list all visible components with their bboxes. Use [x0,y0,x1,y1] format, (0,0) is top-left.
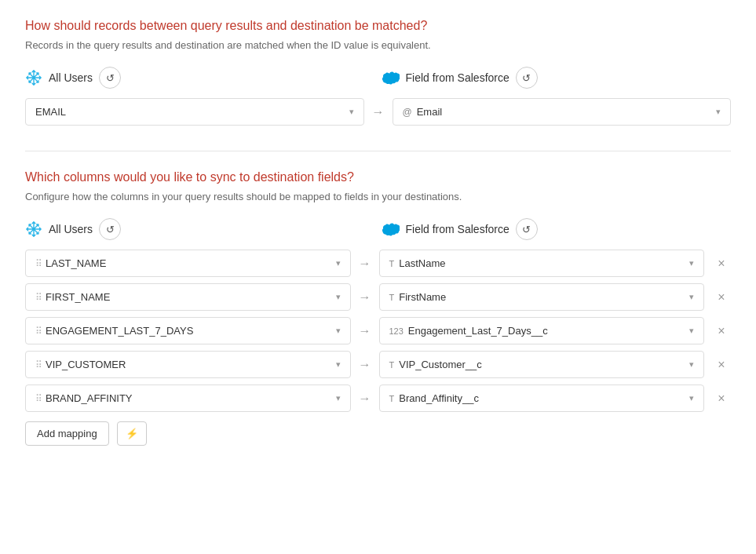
columns-source-refresh[interactable]: ↺ [99,218,121,240]
columns-dest-label: Field from Salesforce [406,223,509,235]
arrow-right-icon-4: → [359,392,371,406]
salesforce-icon [382,69,400,86]
source-field-value-2: ENGAGEMENT_LAST_7_DAYS [46,325,336,337]
dest-field-value-2: Engagement_Last_7_Days__c [408,325,689,337]
columns-dest-header: Field from Salesforce ↺ [382,218,705,240]
source-field-4[interactable]: ⠿ BRAND_AFFINITY ▾ [25,385,351,412]
chevron-down-icon-0: ▾ [336,258,341,268]
columns-section: Which columns would you like to sync to … [25,170,731,446]
snowflake-icon [25,69,42,86]
drag-handle-icon: ⠿ [35,393,42,404]
dest-field-0[interactable]: T LastName ▾ [379,250,705,277]
dest-type-icon-3: T [389,360,395,370]
drag-handle-icon: ⠿ [35,258,42,269]
mapping-row: ⠿ VIP_CUSTOMER ▾ → T VIP_Customer__c ▾ × [25,351,731,378]
arrow-right-icon-1: → [359,290,371,304]
matching-field-row: EMAIL ▾ → @ Email ▾ [25,98,731,126]
columns-question: Which columns would you like to sync to … [25,170,731,184]
columns-subtitle: Configure how the columns in your query … [25,191,731,202]
mapping-row: ⠿ BRAND_AFFINITY ▾ → T Brand_Affinity__c… [25,385,731,412]
remove-mapping-button-3[interactable]: × [712,355,731,374]
chevron-down-icon-dest: ▾ [716,107,721,117]
matching-dest-field-value: Email [417,106,716,118]
source-field-0[interactable]: ⠿ LAST_NAME ▾ [25,250,351,277]
dest-field-value-0: LastName [399,257,689,269]
chevron-down-dest-2: ▾ [689,326,694,336]
source-field-1[interactable]: ⠿ FIRST_NAME ▾ [25,283,351,311]
dest-field-value-1: FirstName [399,291,689,303]
snowflake-icon-2 [25,221,42,238]
dest-field-value-3: VIP_Customer__c [399,359,689,370]
source-field-value-4: BRAND_AFFINITY [46,392,336,404]
matching-source-refresh[interactable]: ↺ [99,67,121,89]
chevron-down-dest-1: ▾ [689,292,694,302]
drag-handle-icon: ⠿ [35,292,42,303]
chevron-down-dest-0: ▾ [689,258,694,268]
columns-dest-refresh[interactable]: ↺ [516,218,538,240]
chevron-down-icon-3: ▾ [336,359,341,370]
chevron-down-dest-3: ▾ [689,359,694,370]
mapping-row: ⠿ ENGAGEMENT_LAST_7_DAYS ▾ → 123 Engagem… [25,317,731,344]
remove-mapping-button-1[interactable]: × [712,288,731,307]
chevron-down-icon-2: ▾ [336,326,341,336]
columns-source-header: All Users ↺ [25,218,348,240]
matching-dest-refresh[interactable]: ↺ [516,67,538,89]
chevron-down-dest-4: ▾ [689,393,694,403]
salesforce-icon-2 [382,221,400,238]
source-field-value-3: VIP_CUSTOMER [46,359,336,370]
dest-type-icon-2: 123 [389,326,404,336]
columns-header-row: All Users ↺ Field from Salesforce ↺ [25,218,731,240]
source-field-value-0: LAST_NAME [46,257,336,269]
mapping-row: ⠿ FIRST_NAME ▾ → T FirstName ▾ × [25,283,731,311]
mappings-list: ⠿ LAST_NAME ▾ → T LastName ▾ × ⠿ FIRST_N… [25,250,731,412]
email-type-icon: @ [403,107,412,118]
matching-source-label: All Users [49,71,93,84]
columns-source-label: All Users [49,223,93,235]
chevron-down-icon-4: ▾ [336,393,341,403]
matching-dest-label: Field from Salesforce [406,71,509,84]
dest-field-value-4: Brand_Affinity__c [399,392,689,404]
section-divider [25,151,731,151]
mapping-row: ⠿ LAST_NAME ▾ → T LastName ▾ × [25,250,731,277]
dest-type-icon-1: T [389,293,395,302]
arrow-right-icon-3: → [359,358,371,372]
drag-handle-icon: ⠿ [35,326,42,337]
chevron-down-icon-1: ▾ [336,292,341,302]
dest-type-icon-4: T [389,394,395,403]
arrow-right-icon: → [372,105,385,119]
arrow-right-icon-2: → [359,324,371,338]
remove-mapping-button-0[interactable]: × [712,254,731,273]
matching-source-field-value: EMAIL [35,106,349,118]
lightning-button[interactable]: ⚡ [117,421,147,446]
drag-handle-icon: ⠿ [35,359,42,370]
source-field-value-1: FIRST_NAME [46,291,336,303]
matching-subtitle: Records in the query results and destina… [25,39,731,51]
matching-section: How should records between query results… [25,19,731,126]
matching-dest-header: Field from Salesforce ↺ [382,67,705,89]
dest-field-3[interactable]: T VIP_Customer__c ▾ [379,351,705,378]
arrow-right-icon-0: → [359,257,371,271]
matching-dest-field[interactable]: @ Email ▾ [393,98,732,126]
matching-question: How should records between query results… [25,19,731,33]
source-field-3[interactable]: ⠿ VIP_CUSTOMER ▾ [25,351,351,378]
remove-mapping-button-4[interactable]: × [712,389,731,408]
chevron-down-icon: ▾ [349,107,354,117]
add-mapping-button[interactable]: Add mapping [25,421,109,446]
matching-source-header: All Users ↺ [25,67,348,89]
dest-field-4[interactable]: T Brand_Affinity__c ▾ [379,385,705,412]
dest-field-2[interactable]: 123 Engagement_Last_7_Days__c ▾ [379,317,705,344]
matching-source-field[interactable]: EMAIL ▾ [25,98,364,126]
matching-header-row: All Users ↺ Field from Salesforce ↺ [25,67,731,89]
dest-field-1[interactable]: T FirstName ▾ [379,283,705,311]
dest-type-icon-0: T [389,259,395,268]
remove-mapping-button-2[interactable]: × [712,322,731,341]
add-mapping-row: Add mapping ⚡ [25,421,731,446]
source-field-2[interactable]: ⠿ ENGAGEMENT_LAST_7_DAYS ▾ [25,317,351,344]
